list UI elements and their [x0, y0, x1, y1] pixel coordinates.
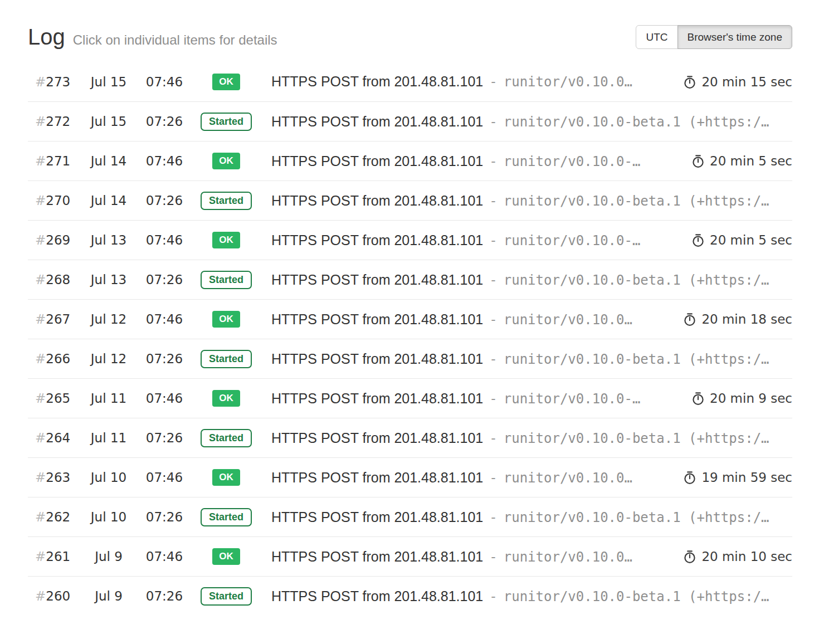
ping-number: #263 [28, 470, 81, 485]
ping-detail: HTTPS POST from 201.48.81.101 - runitor/… [260, 114, 792, 130]
ping-message: HTTPS POST from 201.48.81.101 [271, 470, 483, 486]
ping-duration: 20 min 5 sec [681, 154, 792, 168]
status-cell: OK [192, 548, 260, 565]
log-row[interactable]: #264 Jul 11 07:26 Started HTTPS POST fro… [28, 418, 792, 457]
log-row[interactable]: #271 Jul 14 07:46 OK HTTPS POST from 201… [28, 141, 792, 180]
ping-time: 07:26 [136, 589, 192, 603]
hash-prefix: # [35, 510, 46, 524]
ping-message: HTTPS POST from 201.48.81.101 [271, 232, 483, 248]
ping-detail: HTTPS POST from 201.48.81.101 - runitor/… [260, 232, 681, 248]
ping-number-value: 263 [46, 470, 70, 485]
page-title: Log [28, 25, 65, 50]
status-cell: OK [192, 311, 260, 328]
status-badge: Started [201, 113, 252, 131]
status-badge: OK [212, 548, 240, 565]
separator-dash: - [489, 312, 497, 328]
log-row[interactable]: #266 Jul 12 07:26 Started HTTPS POST fro… [28, 339, 792, 378]
ping-time: 07:26 [136, 193, 192, 208]
ping-number: #268 [28, 272, 81, 287]
ping-detail: HTTPS POST from 201.48.81.101 - runitor/… [260, 509, 792, 525]
hash-prefix: # [35, 549, 46, 564]
hash-prefix: # [35, 193, 46, 208]
status-cell: Started [192, 429, 260, 447]
page-header: Log Click on individual items for detail… [28, 25, 792, 50]
ping-time: 07:26 [136, 431, 192, 445]
ping-number: #267 [28, 312, 81, 326]
log-row[interactable]: #260 Jul 9 07:26 Started HTTPS POST from… [28, 576, 792, 616]
ping-message: HTTPS POST from 201.48.81.101 [271, 311, 483, 328]
stopwatch-icon [682, 75, 697, 89]
ping-message: HTTPS POST from 201.48.81.101 [271, 588, 483, 604]
status-cell: Started [192, 113, 260, 131]
ping-duration-text: 20 min 15 sec [701, 75, 792, 89]
log-row[interactable]: #265 Jul 11 07:46 OK HTTPS POST from 201… [28, 378, 792, 418]
ping-time: 07:26 [136, 352, 192, 366]
ping-duration-text: 20 min 5 sec [710, 233, 792, 247]
log-row[interactable]: #261 Jul 9 07:46 OK HTTPS POST from 201.… [28, 536, 792, 576]
log-row[interactable]: #267 Jul 12 07:46 OK HTTPS POST from 201… [28, 299, 792, 339]
ping-number-value: 265 [46, 391, 70, 406]
status-badge: Started [201, 508, 252, 526]
separator-dash: - [489, 233, 497, 248]
ping-detail: HTTPS POST from 201.48.81.101 - runitor/… [260, 193, 792, 209]
status-badge: OK [212, 469, 240, 486]
ping-detail: HTTPS POST from 201.48.81.101 - runitor/… [260, 470, 672, 486]
ping-time: 07:26 [136, 272, 192, 287]
log-row[interactable]: #268 Jul 13 07:26 Started HTTPS POST fro… [28, 260, 792, 299]
page-subtitle: Click on individual items for details [73, 32, 277, 48]
hash-prefix: # [35, 470, 46, 485]
stopwatch-icon [682, 312, 697, 326]
hash-prefix: # [35, 272, 46, 287]
hash-prefix: # [35, 352, 46, 366]
ping-message: HTTPS POST from 201.48.81.101 [271, 351, 483, 367]
status-cell: OK [192, 232, 260, 248]
ping-detail: HTTPS POST from 201.48.81.101 - runitor/… [260, 549, 672, 565]
hash-prefix: # [35, 312, 46, 326]
ping-duration: 20 min 5 sec [681, 233, 792, 247]
stopwatch-icon [682, 549, 697, 564]
ping-message: HTTPS POST from 201.48.81.101 [271, 509, 483, 525]
ping-date: Jul 14 [81, 193, 136, 208]
hash-prefix: # [35, 391, 46, 406]
ping-agent: runitor/v0.10.0… [504, 74, 632, 90]
log-table: #273 Jul 15 07:46 OK HTTPS POST from 201… [28, 62, 792, 616]
status-badge: Started [201, 350, 252, 368]
ping-date: Jul 13 [81, 233, 136, 247]
ping-agent: runitor/v0.10.0-… [504, 154, 641, 169]
ping-number-value: 269 [46, 233, 70, 247]
ping-date: Jul 15 [81, 75, 136, 89]
log-row[interactable]: #262 Jul 10 07:26 Started HTTPS POST fro… [28, 497, 792, 536]
ping-time: 07:46 [136, 470, 192, 485]
log-row[interactable]: #270 Jul 14 07:26 Started HTTPS POST fro… [28, 180, 792, 220]
status-badge: Started [201, 587, 252, 606]
log-row[interactable]: #263 Jul 10 07:46 OK HTTPS POST from 201… [28, 457, 792, 497]
ping-message: HTTPS POST from 201.48.81.101 [271, 549, 483, 565]
ping-duration-text: 20 min 5 sec [710, 154, 792, 168]
ping-message: HTTPS POST from 201.48.81.101 [271, 272, 483, 288]
ping-time: 07:46 [136, 233, 192, 247]
separator-dash: - [489, 470, 497, 486]
log-row[interactable]: #273 Jul 15 07:46 OK HTTPS POST from 201… [28, 62, 792, 101]
stopwatch-icon [691, 391, 705, 406]
ping-number-value: 270 [46, 193, 70, 208]
separator-dash: - [489, 589, 497, 604]
status-badge: OK [212, 153, 240, 169]
ping-message: HTTPS POST from 201.48.81.101 [271, 391, 483, 407]
ping-date: Jul 10 [81, 470, 136, 485]
ping-message: HTTPS POST from 201.48.81.101 [271, 430, 483, 446]
hash-prefix: # [35, 154, 46, 168]
status-badge: OK [212, 390, 240, 407]
stopwatch-icon [682, 470, 697, 485]
separator-dash: - [489, 114, 497, 130]
ping-detail: HTTPS POST from 201.48.81.101 - runitor/… [260, 351, 792, 367]
ping-detail: HTTPS POST from 201.48.81.101 - runitor/… [260, 588, 792, 604]
log-row[interactable]: #272 Jul 15 07:26 Started HTTPS POST fro… [28, 101, 792, 141]
status-badge: Started [201, 192, 252, 210]
status-badge: OK [212, 74, 240, 90]
utc-button[interactable]: UTC [636, 25, 677, 50]
browser-timezone-button[interactable]: Browser's time zone [677, 25, 792, 50]
log-row[interactable]: #269 Jul 13 07:46 OK HTTPS POST from 201… [28, 220, 792, 260]
ping-number-value: 267 [46, 312, 70, 326]
ping-number-value: 271 [46, 154, 70, 168]
ping-number: #264 [28, 431, 81, 445]
